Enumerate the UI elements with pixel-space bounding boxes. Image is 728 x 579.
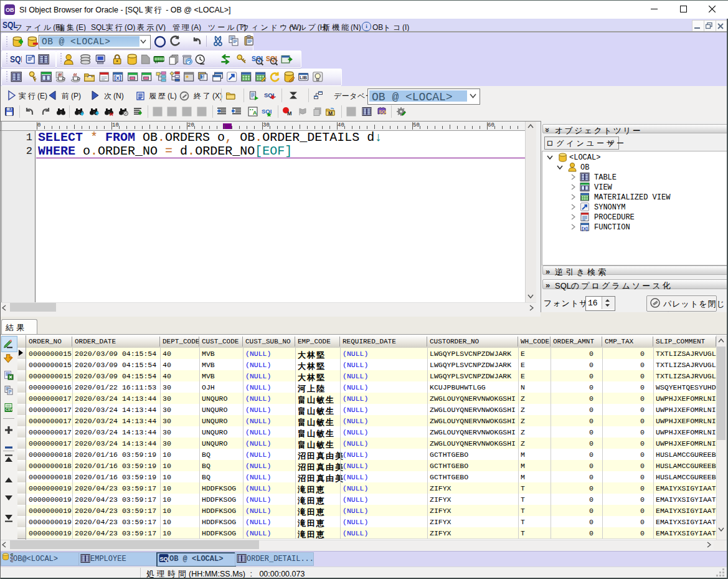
svg-text:SQL: SQL: [10, 54, 22, 65]
svg-text:1: 1: [201, 74, 204, 80]
svg-text:LIB: LIB: [300, 75, 308, 80]
svg-text:CSV: CSV: [6, 408, 13, 411]
svg-text:*: *: [186, 74, 189, 82]
svg-text:[x]: [x]: [114, 75, 121, 81]
svg-text:M: M: [328, 110, 333, 117]
svg-text:A: A: [253, 110, 257, 116]
svg-text:SQL: SQL: [379, 110, 387, 115]
svg-text:[x]: [x]: [582, 226, 588, 231]
svg-text:SQL: SQL: [160, 556, 169, 562]
svg-text:R: R: [110, 112, 113, 117]
svg-text:SQL: SQL: [262, 108, 272, 115]
svg-text:M: M: [287, 110, 292, 117]
